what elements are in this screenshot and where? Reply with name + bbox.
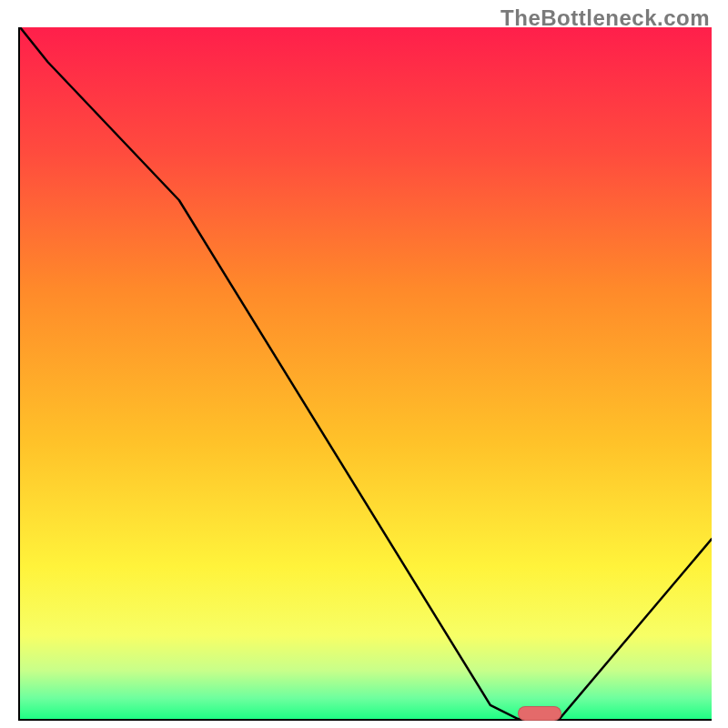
svg-rect-0 xyxy=(20,27,712,719)
gradient-background xyxy=(20,27,712,719)
chart-plot-area xyxy=(18,27,712,721)
